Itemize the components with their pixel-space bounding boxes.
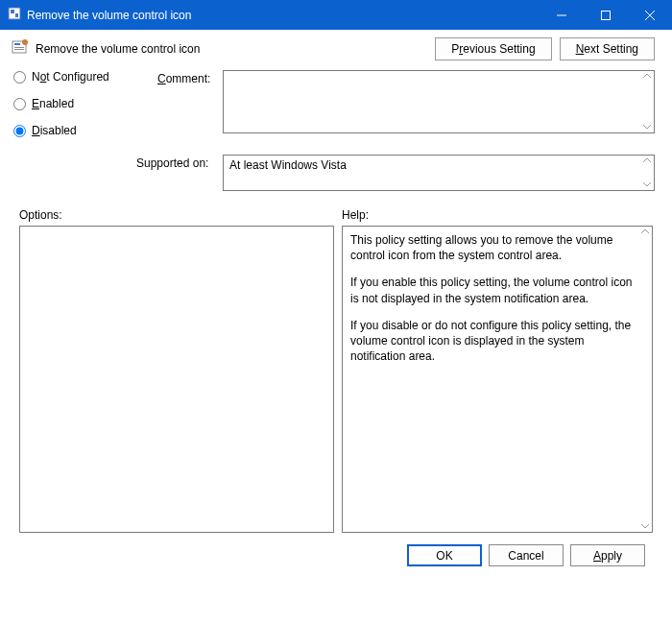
window-icon — [8, 7, 21, 23]
apply-button[interactable]: Apply — [570, 544, 645, 566]
close-button[interactable] — [628, 0, 672, 30]
minimize-button[interactable] — [540, 0, 584, 30]
state-radio-group: Not Configured Enabled Disabled — [13, 70, 157, 137]
options-label: Options: — [19, 208, 342, 222]
scroll-arrows-icon — [642, 157, 652, 188]
supported-on-field: At least Windows Vista — [223, 155, 655, 191]
help-label: Help: — [342, 208, 369, 222]
cancel-button[interactable]: Cancel — [489, 544, 564, 566]
svg-rect-9 — [14, 47, 24, 48]
help-text: This policy setting allows you to remove… — [350, 232, 633, 263]
help-text: If you enable this policy setting, the v… — [350, 275, 633, 305]
svg-rect-4 — [602, 11, 611, 19]
comment-textarea[interactable] — [223, 70, 655, 133]
page-title: Remove the volume control icon — [36, 42, 200, 56]
svg-rect-8 — [14, 43, 20, 45]
radio-disabled[interactable]: Disabled — [13, 124, 157, 137]
radio-enabled[interactable]: Enabled — [13, 97, 157, 110]
maximize-button[interactable] — [584, 0, 628, 30]
supported-on-label: Supported on: — [136, 155, 223, 191]
scroll-arrows-icon — [642, 73, 652, 131]
scroll-arrows-icon — [640, 228, 650, 530]
options-panel — [19, 226, 334, 533]
svg-rect-1 — [11, 10, 14, 13]
policy-icon — [12, 38, 29, 60]
titlebar: Remove the volume control icon — [0, 0, 672, 30]
svg-point-11 — [22, 39, 28, 45]
ok-button[interactable]: OK — [407, 544, 482, 566]
supported-on-value: At least Windows Vista — [229, 158, 347, 172]
svg-rect-10 — [14, 49, 24, 50]
previous-setting-button[interactable]: Previous Setting — [435, 37, 551, 60]
next-setting-button[interactable]: Next Setting — [560, 37, 655, 60]
svg-rect-2 — [15, 13, 18, 17]
window-title: Remove the volume control icon — [27, 9, 191, 22]
radio-not-configured[interactable]: Not Configured — [13, 70, 157, 84]
comment-label: Comment: — [157, 70, 223, 137]
help-text: If you disable or do not configure this … — [350, 318, 633, 365]
help-panel: This policy setting allows you to remove… — [342, 226, 653, 533]
